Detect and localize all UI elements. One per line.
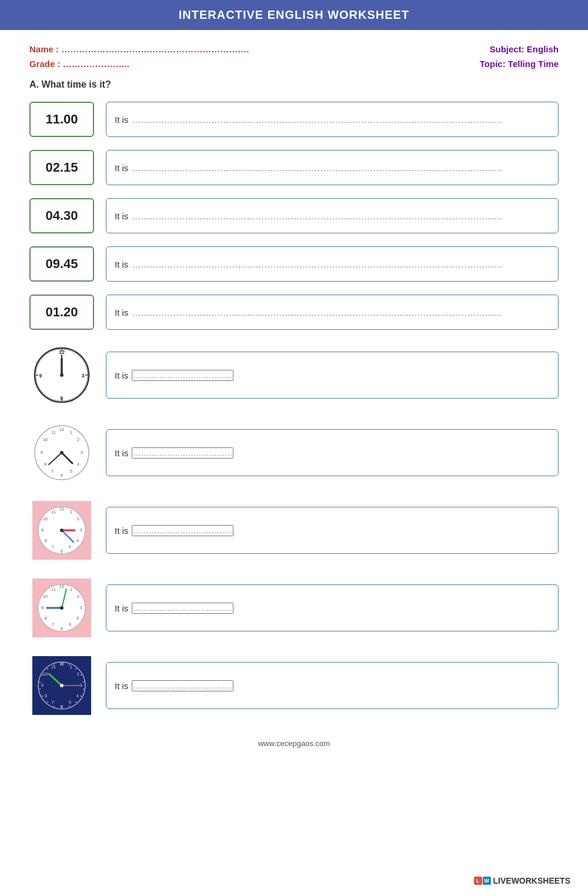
svg-point-71 (81, 696, 82, 697)
svg-text:11: 11 (51, 587, 56, 591)
name-field: Name : ………………………………………………………. (29, 44, 249, 55)
svg-text:10: 10 (43, 517, 48, 521)
answer-input-5[interactable] (132, 307, 550, 317)
question-row-9: 12 1 2 3 4 5 6 7 8 9 10 11 It is (0, 572, 588, 644)
svg-text:10: 10 (43, 437, 48, 442)
clock-image-2: 12 1 2 3 4 5 6 7 8 9 10 11 (29, 420, 94, 485)
svg-text:6: 6 (61, 627, 63, 631)
answer-input-1[interactable] (132, 115, 550, 125)
svg-text:9: 9 (39, 373, 42, 379)
clock4-svg: 12 1 2 3 4 5 6 7 8 9 10 11 (32, 579, 91, 637)
answer-input-3[interactable] (132, 211, 550, 221)
answer-box-8[interactable]: It is (106, 507, 559, 554)
svg-point-78 (39, 688, 41, 690)
answer-box-9[interactable]: It is (106, 584, 559, 631)
svg-text:1: 1 (70, 430, 72, 434)
header-title: INTERACTIVE ENGLISH WORKSHEET (179, 8, 409, 21)
svg-text:10: 10 (43, 672, 48, 676)
topic-field: Topic: Telling Time (480, 59, 559, 70)
svg-text:6: 6 (61, 549, 63, 553)
svg-text:11: 11 (51, 510, 56, 514)
svg-text:5: 5 (69, 545, 71, 549)
answer-input-2[interactable] (132, 163, 550, 173)
footer: www.cecepgaos.com (0, 739, 588, 748)
header-bar: INTERACTIVE ENGLISH WORKSHEET (0, 0, 588, 30)
svg-text:8: 8 (45, 539, 47, 543)
svg-text:10: 10 (43, 594, 48, 599)
svg-text:7: 7 (52, 545, 54, 549)
answer-box-4[interactable]: It is (106, 246, 559, 282)
svg-text:12: 12 (59, 427, 64, 432)
answer-box-3[interactable]: It is (106, 198, 559, 233)
svg-point-62 (60, 606, 64, 610)
svg-text:1: 1 (70, 665, 72, 669)
worksheet-page: INTERACTIVE ENGLISH WORKSHEET Name : ………… (0, 0, 588, 896)
svg-text:11: 11 (51, 430, 56, 434)
svg-text:8: 8 (45, 616, 47, 620)
question-row-5: 01.20 It is (0, 291, 588, 333)
section-a-title: A. What time is it? (0, 73, 588, 98)
svg-text:12: 12 (59, 584, 64, 589)
answer-box-6[interactable]: It is (106, 352, 559, 399)
question-row-4: 09.45 It is (0, 243, 588, 285)
time-box-4: 09.45 (29, 246, 94, 282)
answer-input-8[interactable] (132, 525, 233, 536)
meta-row-name: Name : ………………………………………………………. Subject: E… (0, 44, 588, 55)
svg-point-75 (54, 706, 55, 707)
answer-box-5[interactable]: It is (106, 295, 559, 330)
svg-point-67 (75, 668, 76, 670)
svg-point-68 (81, 674, 82, 676)
svg-text:1: 1 (70, 587, 72, 591)
svg-text:2: 2 (77, 594, 79, 599)
svg-point-69 (83, 681, 84, 683)
answer-input-10[interactable] (132, 680, 233, 691)
clock5-svg: 12 1 2 3 4 5 6 7 8 9 10 11 (32, 656, 91, 715)
svg-text:4: 4 (77, 462, 79, 466)
svg-text:5: 5 (70, 469, 72, 473)
clock-image-3: 12 1 2 3 4 5 6 7 8 9 10 11 (29, 498, 94, 563)
svg-text:9: 9 (41, 606, 44, 610)
answer-input-6[interactable] (132, 370, 233, 381)
time-box-2: 02.15 (29, 150, 94, 185)
answer-input-9[interactable] (132, 603, 233, 614)
question-row-10: 12 1 2 3 4 5 6 7 8 9 10 11 It is (0, 650, 588, 721)
svg-text:9: 9 (41, 528, 44, 532)
grade-field: Grade : ………………….. (29, 59, 129, 70)
svg-point-79 (39, 681, 41, 683)
svg-point-8 (60, 373, 64, 377)
svg-text:7: 7 (52, 623, 54, 627)
svg-text:2: 2 (77, 437, 79, 442)
svg-text:7: 7 (52, 700, 54, 704)
svg-point-76 (47, 701, 48, 703)
svg-point-72 (75, 701, 76, 703)
svg-text:11: 11 (51, 665, 56, 669)
clock-image-4: 12 1 2 3 4 5 6 7 8 9 10 11 (29, 576, 94, 640)
question-row-1: 11.00 It is (0, 98, 588, 141)
clock3-svg: 12 1 2 3 4 5 6 7 8 9 10 11 (32, 501, 91, 560)
question-row-7: 12 1 2 3 4 5 6 7 8 9 10 11 It is (0, 417, 588, 489)
lw-box-blue: W (483, 877, 491, 885)
answer-box-1[interactable]: It is (106, 102, 559, 137)
answer-box-2[interactable]: It is (106, 150, 559, 185)
svg-point-28 (60, 451, 64, 454)
time-box-3: 04.30 (29, 198, 94, 233)
svg-point-81 (47, 668, 48, 670)
svg-text:4: 4 (76, 616, 79, 620)
answer-box-7[interactable]: It is (106, 429, 559, 476)
svg-text:12: 12 (59, 507, 64, 511)
question-row-2: 02.15 It is (0, 146, 588, 189)
svg-text:3: 3 (80, 528, 82, 532)
answer-box-10[interactable]: It is (106, 662, 559, 709)
meta-row-grade: Grade : ………………….. Topic: Telling Time (0, 59, 588, 70)
liveworksheets-logo: L W LIVEWORKSHEETS (474, 876, 570, 885)
svg-text:6: 6 (61, 704, 63, 708)
answer-input-4[interactable] (132, 259, 550, 269)
svg-text:8: 8 (45, 694, 47, 698)
answer-input-7[interactable] (132, 447, 233, 459)
svg-text:2: 2 (77, 672, 79, 676)
svg-text:4: 4 (76, 539, 79, 543)
lw-logo-boxes: L W (474, 877, 491, 885)
svg-point-73 (69, 706, 70, 707)
svg-text:8: 8 (44, 462, 46, 466)
subject-field: Subject: English (489, 44, 559, 55)
